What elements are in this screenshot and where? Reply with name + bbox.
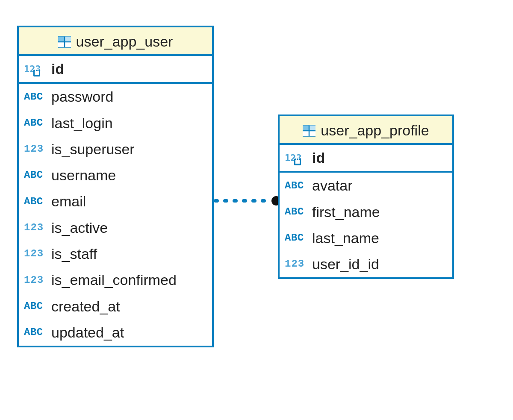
columns-list: ABC avatar ABC first_name ABC last_name … xyxy=(280,173,452,277)
column-updated-at[interactable]: ABC updated_at xyxy=(19,320,212,346)
column-name: created_at xyxy=(51,296,120,317)
column-last-name[interactable]: ABC last_name xyxy=(280,225,452,251)
table-user-app-profile[interactable]: user_app_profile 123 id ABC avatar ABC f… xyxy=(278,115,454,279)
svg-rect-6 xyxy=(65,42,71,47)
column-name: user_id_id xyxy=(312,254,379,275)
svg-rect-5 xyxy=(58,42,65,47)
table-header: user_app_profile xyxy=(280,116,452,145)
column-avatar[interactable]: ABC avatar xyxy=(280,173,452,199)
column-user-id-id[interactable]: 123 user_id_id xyxy=(280,251,452,277)
svg-rect-12 xyxy=(35,71,39,75)
column-name: avatar xyxy=(312,175,353,196)
text-type-icon: ABC xyxy=(24,194,47,209)
column-is-superuser[interactable]: 123 is_superuser xyxy=(19,136,212,162)
number-type-icon: 123 xyxy=(24,273,47,288)
column-created-at[interactable]: ABC created_at xyxy=(19,294,212,320)
column-name: id xyxy=(51,59,64,79)
svg-rect-4 xyxy=(65,36,71,42)
column-name: username xyxy=(51,165,116,186)
number-type-icon: 123 xyxy=(24,220,47,235)
text-type-icon: ABC xyxy=(24,168,47,183)
text-type-icon: ABC xyxy=(285,205,308,220)
column-name: last_login xyxy=(51,113,113,134)
svg-rect-14 xyxy=(303,125,309,131)
column-pk-id[interactable]: 123 id xyxy=(19,56,212,82)
column-name: first_name xyxy=(312,202,380,223)
column-name: updated_at xyxy=(51,322,124,343)
svg-rect-17 xyxy=(309,131,315,136)
column-last-login[interactable]: ABC last_login xyxy=(19,110,212,136)
column-is-email-confirmed[interactable]: 123 is_email_confirmed xyxy=(19,267,212,293)
table-icon xyxy=(58,35,71,48)
column-name: is_email_confirmed xyxy=(51,270,177,291)
table-title: user_app_user xyxy=(76,33,173,50)
svg-rect-16 xyxy=(303,131,309,136)
number-type-icon: 123 xyxy=(285,257,308,272)
table-header: user_app_user xyxy=(19,27,212,56)
column-name: is_staff xyxy=(51,244,97,264)
number-type-icon: 123 xyxy=(24,142,47,157)
text-type-icon: ABC xyxy=(285,231,308,246)
text-type-icon: ABC xyxy=(24,116,47,131)
column-email[interactable]: ABC email xyxy=(19,188,212,214)
column-is-active[interactable]: 123 is_active xyxy=(19,215,212,241)
column-name: is_active xyxy=(51,217,108,238)
primary-key-icon: 123 xyxy=(24,62,47,76)
svg-rect-15 xyxy=(309,125,315,131)
svg-rect-23 xyxy=(295,160,300,164)
column-password[interactable]: ABC password xyxy=(19,84,212,110)
table-icon xyxy=(303,124,315,137)
column-name: id xyxy=(312,147,325,168)
column-name: password xyxy=(51,86,114,107)
text-type-icon: ABC xyxy=(24,299,47,314)
text-type-icon: ABC xyxy=(24,325,47,340)
column-name: is_superuser xyxy=(51,139,135,160)
primary-key-icon: 123 xyxy=(285,151,308,165)
columns-list: ABC password ABC last_login 123 is_super… xyxy=(19,84,212,346)
text-type-icon: ABC xyxy=(285,179,308,194)
column-username[interactable]: ABC username xyxy=(19,162,212,188)
number-type-icon: 123 xyxy=(24,247,47,261)
svg-rect-3 xyxy=(58,36,65,42)
text-type-icon: ABC xyxy=(24,90,47,105)
column-first-name[interactable]: ABC first_name xyxy=(280,199,452,225)
column-pk-id[interactable]: 123 id xyxy=(280,145,452,171)
column-name: email xyxy=(51,191,86,212)
column-is-staff[interactable]: 123 is_staff xyxy=(19,241,212,267)
column-name: last_name xyxy=(312,228,379,249)
table-user-app-user[interactable]: user_app_user 123 id ABC password ABC la… xyxy=(17,26,214,347)
table-title: user_app_profile xyxy=(321,122,429,139)
